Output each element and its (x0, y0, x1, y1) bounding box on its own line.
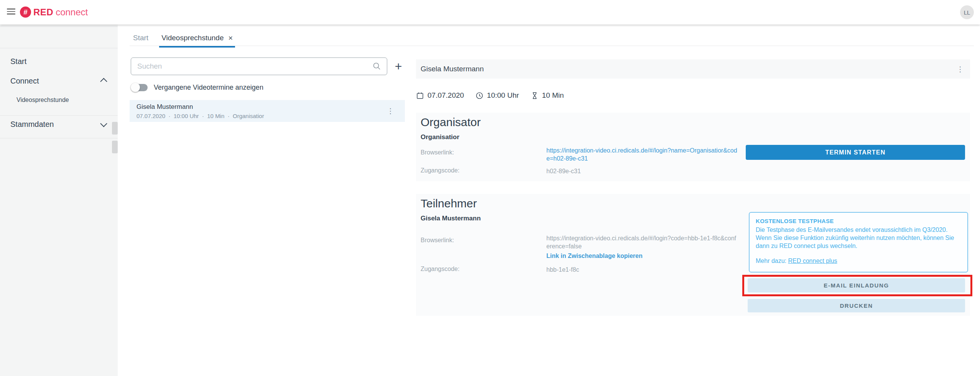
organizer-zugangscode: h02-89e-c31 (546, 167, 581, 175)
app-logo: # RED connect (20, 7, 88, 18)
sidebar-item-start[interactable]: Start (10, 57, 26, 66)
divider (0, 138, 118, 138)
info-date: 07.07.2020 (416, 91, 464, 100)
appointment-info-row: 07.07.2020 10:00 Uhr 10 Min (416, 91, 564, 100)
search-icon[interactable] (372, 62, 381, 71)
divider (0, 48, 118, 48)
user-avatar[interactable]: LL (960, 5, 974, 19)
tabbar-divider (130, 46, 974, 46)
info-time: 10:00 Uhr (475, 91, 519, 100)
time-text: 10:00 Uhr (487, 91, 519, 100)
organizer-name: Organisatior (421, 133, 459, 141)
copy-to-clipboard-link[interactable]: Link in Zwischenablage kopieren (546, 253, 643, 259)
zugangscode-label: Zugangscode: (421, 266, 459, 273)
appointment-list-item[interactable]: Gisela Mustermann 07.07.2020 · 10:00 Uhr… (130, 100, 405, 122)
tab-bar: Start Videosprechstunde × (131, 34, 235, 48)
duration-text: 10 Min (542, 91, 564, 100)
sidebar-item-videosprechstunde[interactable]: Videosprechstunde (16, 97, 69, 103)
tab-start[interactable]: Start (131, 34, 151, 46)
tab-label: Videosprechstunde (161, 34, 224, 42)
scrollbar-thumb[interactable] (112, 141, 118, 153)
top-header: # RED connect LL (0, 0, 980, 25)
sidebar: Start Connect Videosprechstunde Stammdat… (0, 25, 118, 376)
toggle-label: Vergangene Videotermine anzeigen (154, 84, 263, 92)
calendar-icon (416, 92, 424, 100)
search-box (131, 57, 387, 75)
divider (0, 115, 118, 116)
appointment-name: Gisela Mustermann (136, 103, 264, 111)
red-connect-plus-link[interactable]: RED connect plus (788, 258, 837, 264)
participant-browserlink: https://integration-video.ci.redicals.de… (546, 234, 738, 250)
search-input[interactable] (131, 62, 372, 71)
organizer-browserlink-url[interactable]: https://integration-video.ci.redicals.de… (546, 147, 737, 162)
trial-body: Die Testphase des E-Mailversandes endet … (756, 226, 961, 250)
trial-info-box: KOSTENLOSE TESTPHASE Die Testphase des E… (749, 212, 968, 273)
kebab-menu-icon[interactable]: ⋮ (954, 64, 966, 74)
participant-card: Teilnehmer Gisela Mustermann Browserlink… (416, 194, 970, 316)
zugangscode-label: Zugangscode: (421, 167, 459, 174)
participant-zugangscode: hbb-1e1-f8c (546, 266, 579, 274)
sidebar-item-connect[interactable]: Connect (10, 77, 39, 85)
browserlink-label: Browserlink: (421, 149, 454, 156)
clock-icon (475, 92, 483, 100)
trial-more: Mehr dazu: RED connect plus (756, 258, 961, 264)
appointment-text: Gisela Mustermann 07.07.2020 · 10:00 Uhr… (136, 103, 264, 119)
sidebar-item-stammdaten[interactable]: Stammdaten (10, 120, 54, 129)
toggle-knob (131, 83, 140, 92)
hourglass-icon (531, 92, 539, 100)
chevron-up-icon[interactable] (100, 78, 107, 85)
tab-videosprechstunde[interactable]: Videosprechstunde × (159, 34, 235, 48)
logo-text-connect: connect (56, 7, 88, 18)
app-window: # RED connect LL Start Connect Videospre… (0, 0, 980, 376)
date-text: 07.07.2020 (428, 91, 464, 100)
logo-text-red: RED (33, 7, 53, 18)
past-appointments-toggle-row: Vergangene Videotermine anzeigen (131, 83, 263, 92)
termin-starten-button[interactable]: TERMIN STARTEN (746, 145, 965, 160)
info-duration: 10 Min (531, 91, 564, 100)
close-tab-icon[interactable]: × (228, 34, 233, 42)
detail-title: Gisela Mustermann (421, 65, 484, 73)
logo-hash-icon: # (20, 7, 31, 18)
drucken-button[interactable]: DRUCKEN (748, 299, 965, 312)
organizer-browserlink[interactable]: https://integration-video.ci.redicals.de… (546, 146, 738, 163)
detail-header: Gisela Mustermann ⋮ (416, 59, 970, 79)
chevron-down-icon[interactable] (100, 120, 107, 127)
trial-more-prefix: Mehr dazu: (756, 258, 788, 264)
kebab-menu-icon[interactable]: ⋮ (385, 106, 396, 116)
hamburger-menu-icon[interactable] (7, 8, 15, 15)
email-einladung-button[interactable]: E-MAIL EINLADUNG (748, 278, 965, 292)
appointment-meta: 07.07.2020 · 10:00 Uhr · 10 Min · Organi… (136, 113, 264, 119)
participant-name: Gisela Mustermann (421, 215, 481, 222)
browserlink-label: Browserlink: (421, 237, 454, 244)
trial-title: KOSTENLOSE TESTPHASE (756, 218, 961, 224)
toggle-switch[interactable] (131, 83, 148, 92)
scrollbar-thumb[interactable] (112, 122, 118, 135)
participant-heading: Teilnehmer (421, 197, 477, 210)
organizer-heading: Organisator (421, 116, 481, 129)
divider (0, 26, 118, 27)
add-appointment-button[interactable]: + (392, 60, 405, 73)
organizer-card: Organisator Organisatior Browserlink: ht… (416, 113, 970, 181)
